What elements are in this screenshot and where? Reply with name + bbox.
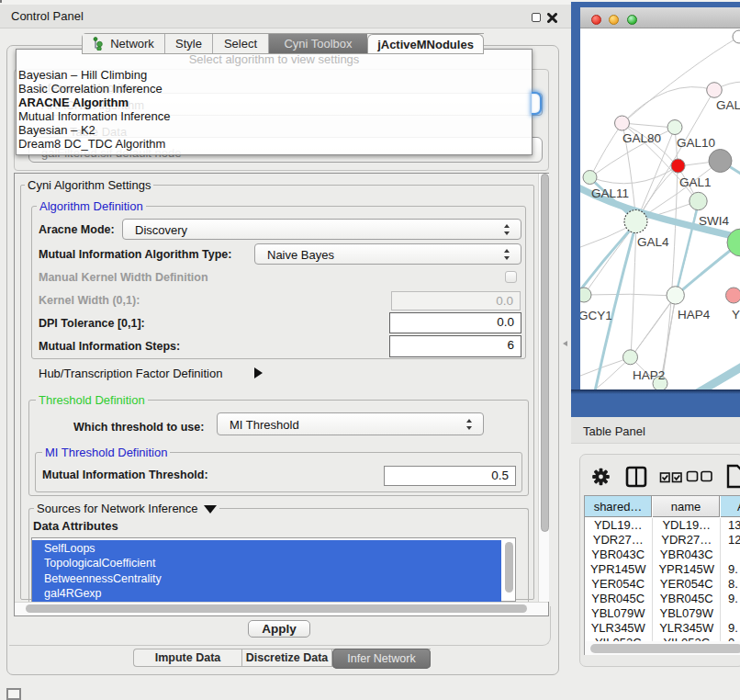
svg-text:HAP2: HAP2 bbox=[633, 368, 665, 382]
svg-text:GAL10: GAL10 bbox=[677, 136, 715, 150]
svg-text:GAL80: GAL80 bbox=[622, 131, 661, 145]
svg-text:GAL2: GAL2 bbox=[716, 98, 740, 112]
svg-text:GAL1: GAL1 bbox=[679, 175, 712, 189]
svg-text:GAL4: GAL4 bbox=[637, 235, 669, 249]
svg-text:SWI4: SWI4 bbox=[699, 214, 729, 228]
svg-text:HAP4: HAP4 bbox=[678, 308, 711, 322]
svg-text:YM: YM bbox=[732, 308, 740, 322]
svg-text:GAL11: GAL11 bbox=[591, 186, 629, 200]
svg-text:GCY1: GCY1 bbox=[580, 309, 612, 322]
